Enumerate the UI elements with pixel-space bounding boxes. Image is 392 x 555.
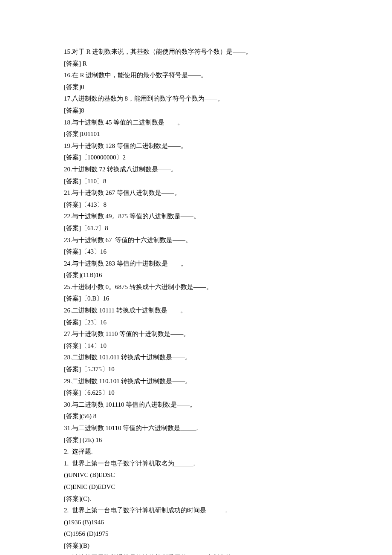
- text-line: 31.与二进制数 10110 等值的十六进制数是_____.: [64, 422, 328, 434]
- text-line: 29.二进制数 110.101 转换成十进制数是——。: [64, 376, 328, 387]
- text-line: [答案]〔61.7〕8: [64, 223, 328, 234]
- text-line: [答案]101101: [64, 128, 328, 140]
- text-line: 28.二进制数 101.011 转换成十进制数是——。: [64, 352, 328, 364]
- text-line: 2. 世界上第一台电子数字计算机研制成功的时间是______.: [64, 505, 328, 517]
- text-line: [答案] R: [64, 58, 328, 70]
- text-line: 25.十进制小数 0。6875 转换成十六进制小数是——。: [64, 281, 328, 293]
- text-line: [答案](56) 8: [64, 410, 328, 422]
- text-line: [答案]0: [64, 81, 328, 93]
- text-line: [答案]8: [64, 105, 328, 117]
- text-line: 18.与十进制数 45 等值的二进制数是——。: [64, 117, 328, 129]
- text-line: 16.在 R 进制数中，能使用的最小数字符号是——。: [64, 69, 328, 81]
- text-line: 23.与十进制数 67 等值的十六进制数是——。: [64, 234, 328, 246]
- text-line: ()UNIVC (B)EDSC: [64, 469, 328, 481]
- text-line: [答案]〔100000000〕2: [64, 152, 328, 164]
- text-line: 15.对于 R 进制数来说，其基数（能使用的数字符号个数）是——。: [64, 46, 328, 58]
- text-line: [答案]〔5.375〕10: [64, 364, 328, 376]
- text-line: [答案]〔110〕8: [64, 176, 328, 188]
- text-line: ()1936 (B)1946: [64, 517, 328, 529]
- text-line: 26.二进制数 10111 转换成十进制数是——。: [64, 305, 328, 317]
- text-line: 27.与十进制数 1110 等值的十进制数是——。: [64, 328, 328, 340]
- text-line: 19.与十进制数 128 等值的二进制数是——。: [64, 140, 328, 152]
- text-line: 21.与十进制数 267 等值八进制数是——。: [64, 187, 328, 199]
- text-line: 24.与十进制数 283 等值的十进制数是——。: [64, 258, 328, 270]
- text-line: [答案]〔6.625〕10: [64, 387, 328, 399]
- text-line: 20.十进制数 72 转换成八进制数是——。: [64, 164, 328, 176]
- text-line: [答案]〔14〕10: [64, 340, 328, 352]
- text-line: 17.八进制数的基数为 8，能用到的数字符号个数为——。: [64, 93, 328, 105]
- text-line: [答案]〔43〕16: [64, 246, 328, 258]
- text-line: [答案]〔413〕8: [64, 199, 328, 211]
- text-line: 22.与十进制数 49。875 等值的八进制数是——。: [64, 211, 328, 223]
- text-line: [答案] (2E) 16: [64, 434, 328, 446]
- text-line: 2. 选择题.: [64, 446, 328, 458]
- text-line: (C)ENIC (D)EDVC: [64, 481, 328, 493]
- text-line: [答案](11B)16: [64, 269, 328, 281]
- text-line: 3. 计算机开展阶段通常是按计算机所采用的______来划分的.: [64, 552, 328, 555]
- text-line: [答案](C).: [64, 493, 328, 505]
- text-line: (C)1956 (D)1975: [64, 528, 328, 540]
- text-line: [答案]〔0.B〕16: [64, 293, 328, 305]
- text-line: 1. 世界上第一台电子数字计算机取名为______.: [64, 458, 328, 470]
- document-page: 15.对于 R 进制数来说，其基数（能使用的数字符号个数）是——。[答案] R1…: [0, 0, 392, 555]
- text-line: 30.与二进制数 101110 等值的八进制数是——。: [64, 399, 328, 411]
- text-line: [答案](B): [64, 540, 328, 552]
- text-line: [答案]〔23〕16: [64, 317, 328, 329]
- document-content: 15.对于 R 进制数来说，其基数（能使用的数字符号个数）是——。[答案] R1…: [64, 46, 328, 555]
